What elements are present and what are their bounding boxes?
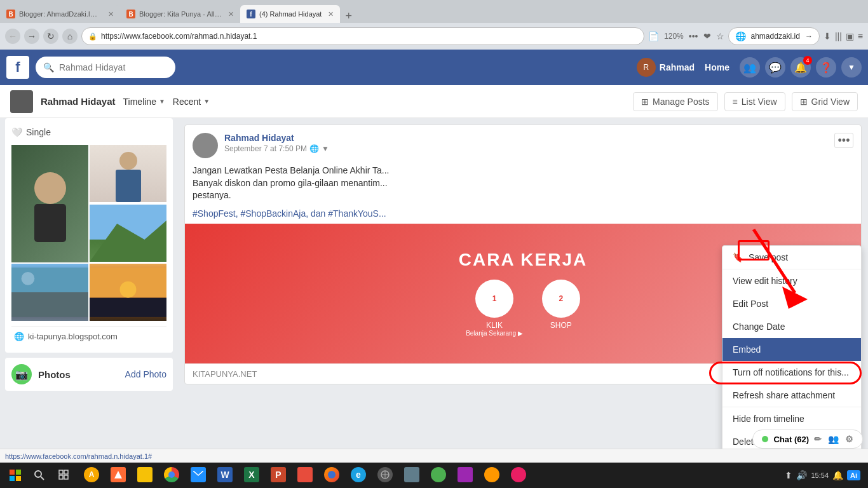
firefox-icon — [324, 467, 339, 482]
photos-section: 📷 Photos Add Photo — [5, 358, 173, 391]
turn-off-notifications-item[interactable]: Turn off notifications for this... — [722, 361, 861, 384]
blog-link[interactable]: 🌐 ki-tapunya.blogspot.com — [11, 326, 166, 346]
avast-icon: A — [84, 467, 99, 482]
photo-4[interactable] — [11, 264, 88, 321]
site-label: KITAPUNYA.NET — [193, 369, 257, 379]
network-icon[interactable]: ⬆ — [785, 470, 792, 480]
notifications-icon-btn[interactable]: 🔔 4 — [790, 57, 811, 78]
browser-action-buttons: 📄 120% ••• ❤ ☆ — [648, 31, 724, 41]
list-view-button[interactable]: ≡ List View — [724, 92, 785, 111]
view-edit-history-item[interactable]: View edit history — [722, 269, 861, 292]
hide-from-timeline-item[interactable]: Hide from timeline — [722, 407, 861, 430]
tab-blogger-1[interactable]: B Blogger: AhmadDzaki.ID - Crea... ✕ — [0, 5, 120, 23]
chat-compose-icon[interactable]: ✏ — [814, 434, 822, 444]
tab-close-2[interactable]: ✕ — [228, 10, 234, 18]
taskbar-app-11[interactable] — [426, 463, 451, 488]
taskbar-app-7[interactable] — [292, 463, 318, 488]
embed-item[interactable]: Embed — [722, 338, 861, 361]
tab-favicon-2: B — [126, 10, 135, 18]
forward-button[interactable]: → — [24, 29, 39, 44]
timeline-tab[interactable]: Timeline ▼ — [123, 97, 165, 107]
taskbar-app-9[interactable] — [372, 463, 398, 488]
notification-tray-icon[interactable]: 🔔 — [832, 470, 843, 480]
cara-kerja-label: CARA KERJA — [459, 250, 588, 270]
ai-label[interactable]: Ai — [847, 470, 860, 480]
post-date: September 7 at 7:50 PM — [224, 144, 307, 153]
taskbar-powerpoint[interactable]: P — [266, 463, 291, 488]
refresh-button[interactable]: ↻ — [43, 29, 58, 44]
photo-2[interactable] — [90, 145, 166, 202]
photo-3[interactable] — [90, 205, 166, 262]
menu-icon[interactable]: ≡ — [858, 31, 863, 41]
tab-close-3[interactable]: ✕ — [328, 10, 334, 18]
manage-posts-button[interactable]: ⊞ Manage Posts — [633, 92, 718, 111]
library-icon[interactable]: ||| — [835, 31, 842, 41]
ie-icon: e — [351, 467, 366, 482]
taskbar-app-13[interactable] — [479, 463, 505, 488]
taskbar-search-button[interactable] — [28, 464, 51, 487]
taskbar-app-14[interactable] — [506, 463, 531, 488]
recent-chevron-icon: ▼ — [203, 98, 210, 105]
taskbar-ie[interactable]: e — [346, 463, 371, 488]
edit-post-item[interactable]: Edit Post — [722, 292, 861, 315]
svg-point-8 — [22, 272, 35, 285]
home-button[interactable]: Home — [700, 62, 735, 72]
recent-tab[interactable]: Recent ▼ — [173, 97, 210, 107]
friends-icon-btn[interactable]: 👥 — [740, 57, 760, 78]
more-options-icon[interactable]: ••• — [689, 31, 698, 41]
taskbar-firefox[interactable] — [319, 463, 344, 488]
tab-close-1[interactable]: ✕ — [108, 10, 114, 18]
add-photo-button[interactable]: Add Photo — [125, 369, 166, 379]
svg-rect-23 — [64, 475, 68, 479]
taskbar-mail[interactable] — [186, 463, 211, 488]
taskbar-avast[interactable]: A — [79, 463, 104, 488]
search-input[interactable] — [59, 62, 161, 72]
svg-rect-1 — [34, 204, 66, 242]
star-icon[interactable]: ☆ — [716, 31, 724, 41]
mail-icon — [191, 467, 206, 482]
messages-icon-btn[interactable]: 💬 — [765, 57, 785, 78]
task-view-button[interactable] — [51, 463, 76, 488]
photo-5[interactable] — [90, 264, 166, 321]
back-button[interactable]: ← — [5, 29, 20, 44]
taskbar-excel[interactable]: X — [239, 463, 264, 488]
taskbar-chrome[interactable] — [159, 463, 184, 488]
tab-facebook[interactable]: f (4) Rahmad Hidayat ✕ — [240, 5, 340, 23]
app-14-icon — [511, 467, 526, 482]
bookmark-icon[interactable]: ❤ — [703, 31, 711, 41]
taskbar-word[interactable]: W — [212, 463, 238, 488]
save-post-item[interactable]: 🔖 Save post — [722, 246, 861, 269]
facebook-search-bar[interactable]: 🔍 — [36, 57, 175, 78]
sidebar-icon[interactable]: ▣ — [846, 31, 854, 41]
taskbar-calc[interactable] — [399, 463, 424, 488]
lock-icon: 🔒 — [88, 32, 97, 41]
help-icon-btn[interactable]: ❓ — [816, 57, 836, 78]
chat-settings-icon[interactable]: ⚙ — [845, 434, 853, 444]
start-button[interactable] — [3, 463, 28, 488]
app-7-icon — [297, 467, 313, 482]
svg-point-18 — [35, 471, 41, 477]
tab-label-1: Blogger: AhmadDzaki.ID - Crea... — [19, 10, 102, 18]
change-date-item[interactable]: Change Date — [722, 315, 861, 338]
account-menu-btn[interactable]: ▼ — [841, 57, 862, 78]
photo-1[interactable] — [11, 145, 88, 262]
download-icon[interactable]: ⬇ — [824, 31, 831, 41]
grid-view-button[interactable]: ⊞ Grid View — [792, 92, 858, 111]
chat-bubble[interactable]: Chat (62) ✏ 👥 ⚙ — [752, 430, 863, 449]
svg-rect-15 — [16, 470, 21, 475]
taskbar-app-2[interactable] — [105, 463, 131, 488]
new-tab-button[interactable]: + — [340, 10, 357, 23]
sound-icon[interactable]: 🔊 — [796, 470, 807, 480]
reader-mode-icon[interactable]: 📄 — [648, 31, 659, 41]
address-bar[interactable]: 🔒 https://www.facebook.com/rahmad.n.hida… — [81, 27, 644, 45]
tab-blogger-2[interactable]: B Blogger: Kita Punya - All posts ✕ — [120, 5, 240, 23]
taskbar-app-12[interactable] — [452, 463, 478, 488]
left-panel-card: 🤍 Single — [5, 118, 173, 353]
refresh-share-item[interactable]: Refresh share attachment — [722, 384, 861, 407]
post-more-button[interactable]: ••• — [834, 133, 853, 148]
reader-bar[interactable]: 🌐 ahmaddzaki.id → — [728, 27, 820, 45]
taskbar-file-explorer[interactable] — [132, 463, 158, 488]
home-button[interactable]: ⌂ — [62, 29, 78, 44]
chat-people-icon[interactable]: 👥 — [828, 434, 839, 444]
post-username[interactable]: Rahmad Hidayat — [224, 133, 834, 143]
